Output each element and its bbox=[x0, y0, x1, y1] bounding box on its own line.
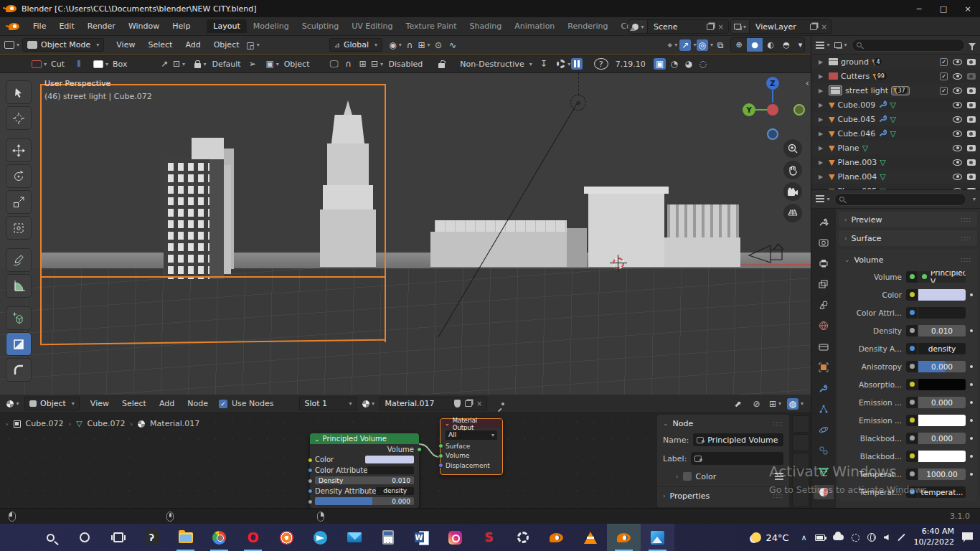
outliner-row-Plane-005[interactable]: ▶▼Plane.005▽ bbox=[811, 184, 980, 190]
taskbar-blender-icon[interactable] bbox=[607, 524, 641, 551]
sidebar-tab[interactable] bbox=[792, 471, 809, 489]
taskbar-taskview-icon[interactable] bbox=[101, 524, 135, 551]
color-swatch[interactable] bbox=[918, 415, 966, 426]
taskbar-music-icon[interactable] bbox=[270, 524, 303, 551]
outliner-display-mode-icon[interactable]: ▾ bbox=[816, 38, 830, 52]
taskbar-sapp-icon[interactable]: S bbox=[472, 524, 506, 551]
overlays-toggle-icon[interactable]: ◎▾ bbox=[697, 38, 714, 52]
menu-help[interactable]: Help bbox=[166, 22, 197, 31]
volume-icon[interactable] bbox=[884, 534, 889, 540]
pause-icon[interactable] bbox=[571, 58, 583, 70]
taskbar-cortana-icon[interactable] bbox=[67, 524, 101, 551]
properties-tab-material[interactable] bbox=[814, 485, 834, 499]
object-name[interactable]: Plane bbox=[837, 143, 859, 153]
right-building-top[interactable] bbox=[667, 204, 739, 237]
workspace-tab-shading[interactable]: Shading bbox=[463, 19, 509, 33]
taskbar-start-icon[interactable] bbox=[0, 524, 34, 551]
properties-tab-particles[interactable] bbox=[814, 402, 834, 416]
slot-dropdown[interactable]: Slot 1▾ bbox=[299, 397, 357, 410]
tower-base[interactable] bbox=[320, 209, 376, 267]
keyframe-dot[interactable] bbox=[970, 419, 973, 422]
hide-eye-icon[interactable] bbox=[953, 159, 962, 166]
keyframe-dot[interactable] bbox=[970, 401, 973, 404]
expand-arrow-icon[interactable]: ▶ bbox=[819, 145, 826, 151]
taskbar-telegram-icon[interactable] bbox=[303, 524, 337, 551]
camera-object[interactable] bbox=[746, 241, 789, 265]
expand-arrow-icon[interactable]: ▶ bbox=[819, 102, 826, 108]
expand-arrow-icon[interactable]: ▶ bbox=[819, 73, 826, 80]
grid-icon[interactable]: ⊞ bbox=[355, 57, 369, 71]
expand-arrow-icon[interactable]: ▶ bbox=[819, 174, 826, 180]
sort-icon[interactable]: ⊟▾ bbox=[369, 57, 384, 71]
socket-decorator[interactable] bbox=[906, 433, 918, 444]
material-browse-icon[interactable]: ▾ bbox=[361, 397, 375, 411]
socket-decorator[interactable] bbox=[906, 271, 918, 283]
shader-editor-type-icon[interactable]: ▾ bbox=[6, 397, 20, 411]
object-name[interactable]: Plane.003 bbox=[837, 158, 877, 167]
disable-render-camera-icon[interactable] bbox=[967, 102, 976, 108]
right-building-base[interactable] bbox=[664, 237, 740, 267]
apply-icon[interactable]: ↧ bbox=[537, 57, 551, 71]
viewport-menu-view[interactable]: View bbox=[110, 40, 141, 50]
viewlayer-remove-icon[interactable]: × bbox=[821, 23, 831, 31]
exclude-checkbox[interactable]: ✓ bbox=[940, 87, 948, 95]
pivot-lock-icon[interactable]: ▾ bbox=[193, 57, 207, 71]
gizmo-z-axis[interactable]: Z bbox=[766, 77, 779, 90]
outliner-row-Cube-046[interactable]: ▶▼Cube.046▽ bbox=[811, 126, 980, 141]
disable-render-camera-icon[interactable] bbox=[967, 145, 976, 151]
tool-cursor[interactable] bbox=[6, 106, 32, 130]
attribute-field[interactable]: density bbox=[918, 343, 966, 354]
close-button[interactable]: × bbox=[956, 0, 980, 17]
unlock-icon[interactable] bbox=[434, 57, 448, 71]
node-input-density[interactable]: Density0.010 bbox=[310, 476, 419, 486]
cursor-arrow-icon[interactable]: ➢ bbox=[245, 57, 260, 71]
volume-output-socket[interactable] bbox=[417, 447, 422, 452]
target-icon[interactable]: ▣▾ bbox=[265, 57, 280, 71]
properties-tab-modifiers[interactable] bbox=[814, 381, 834, 395]
socket-decorator[interactable] bbox=[906, 486, 918, 498]
outliner-row-street-light[interactable]: ▶street light▼37✓ bbox=[811, 83, 980, 98]
properties-search-input[interactable] bbox=[834, 193, 966, 206]
properties-tab-world[interactable] bbox=[814, 319, 834, 333]
boxcutter-divider-icon[interactable]: ⦀ bbox=[72, 57, 86, 71]
disable-render-camera-icon[interactable] bbox=[967, 116, 976, 123]
viewlayer-icon[interactable]: ▾ bbox=[731, 20, 750, 33]
outliner-filter-mode-icon[interactable]: ▾ bbox=[834, 38, 848, 52]
settings-gear-icon[interactable]: ▾ bbox=[557, 57, 571, 71]
value-slider[interactable]: 0.000 bbox=[918, 361, 966, 372]
tool-corner-pipe[interactable] bbox=[6, 358, 32, 382]
material-unlink-icon[interactable]: × bbox=[476, 400, 482, 408]
orientation-dropdown[interactable]: ⊿ Global ▾ bbox=[329, 38, 383, 52]
tool-annotate[interactable] bbox=[6, 248, 32, 272]
tower-cap[interactable] bbox=[331, 115, 364, 143]
value-slider[interactable]: 0.010 bbox=[918, 325, 966, 336]
filter-funnel-icon[interactable] bbox=[969, 43, 976, 47]
disable-render-camera-icon[interactable] bbox=[967, 88, 976, 94]
meet-now-icon[interactable] bbox=[852, 534, 859, 542]
shader-snap-icon[interactable]: ⊘ bbox=[750, 397, 764, 411]
mode-dropdown[interactable]: Object Mode ▾ bbox=[22, 38, 104, 52]
socket-decorator[interactable] bbox=[906, 397, 918, 408]
taskbar-explorer-icon[interactable] bbox=[169, 524, 202, 551]
tool-scale[interactable] bbox=[6, 190, 32, 214]
hide-eye-icon[interactable] bbox=[953, 59, 962, 65]
object-name[interactable]: street light bbox=[845, 86, 888, 95]
principled-volume-node[interactable]: ⌄ Principled Volume Volume ColorColor At… bbox=[310, 433, 419, 508]
shader-grid-icon[interactable]: ⊞▾ bbox=[768, 397, 783, 411]
socket-decorator[interactable] bbox=[906, 343, 918, 354]
xray-toggle-icon[interactable]: ⧉ bbox=[713, 38, 727, 52]
camera-view-button[interactable] bbox=[783, 182, 802, 201]
pen-icon[interactable] bbox=[897, 534, 905, 542]
workspace-tab-modeling[interactable]: Modeling bbox=[247, 19, 296, 33]
input-socket[interactable] bbox=[308, 479, 313, 484]
preview-panel-header[interactable]: ›Preview:::: bbox=[839, 212, 977, 227]
clock[interactable]: 6:40 AM 10/2/2022 bbox=[914, 527, 954, 548]
viewport-menu-select[interactable]: Select bbox=[141, 40, 179, 50]
scene-unlink-icon[interactable]: × bbox=[718, 23, 728, 31]
pan-hand-button[interactable] bbox=[783, 161, 802, 179]
attribute-field[interactable] bbox=[918, 307, 966, 319]
volume-shader-menu[interactable]: Principled V... bbox=[918, 271, 966, 283]
input-socket[interactable] bbox=[438, 443, 443, 448]
node-panel-header[interactable]: ⌄Node:::: bbox=[657, 416, 789, 430]
shading-material-icon[interactable]: ◐ bbox=[763, 38, 778, 52]
